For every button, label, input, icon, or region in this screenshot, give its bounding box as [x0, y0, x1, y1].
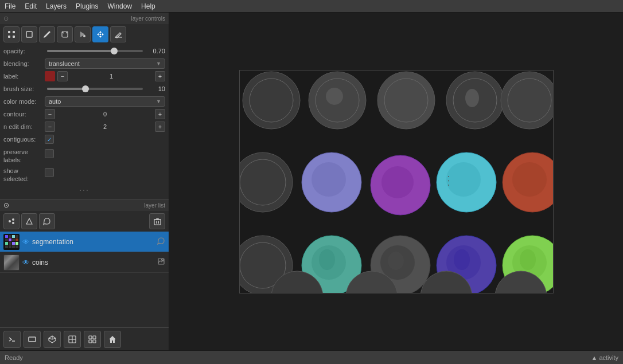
svg-point-36: [243, 72, 300, 129]
svg-point-65: [388, 252, 404, 270]
n-edit-dim-control: − 2 +: [45, 122, 165, 132]
menu-file[interactable]: File: [0, 1, 20, 11]
console-btn[interactable]: [3, 331, 21, 348]
contour-decrement-btn[interactable]: −: [45, 109, 55, 119]
svg-point-8: [83, 35, 85, 37]
preserve-labels-label: preservelabels:: [3, 148, 45, 165]
left-panel: ⊙ layer controls: [0, 13, 169, 350]
svg-point-68: [454, 249, 470, 270]
color-mode-value: auto: [49, 98, 61, 105]
layer-item-coins[interactable]: 👁 coins: [0, 252, 169, 273]
svg-point-45: [465, 89, 479, 107]
opacity-slider[interactable]: [45, 50, 145, 52]
svg-point-53: [381, 166, 414, 198]
coins-visibility-btn[interactable]: 👁: [22, 259, 29, 267]
canvas-area[interactable]: ···: [169, 13, 623, 350]
panel-dots[interactable]: ···: [443, 175, 454, 187]
delete-layer-btn[interactable]: [149, 213, 165, 229]
layer-item-segmentation[interactable]: 👁 segmentation: [0, 232, 169, 252]
blending-dropdown-arrow: ▼: [156, 61, 161, 66]
coins-thumbnail: [3, 255, 20, 271]
blending-row: blending: translucent ▼: [0, 57, 169, 70]
color-mode-dropdown[interactable]: auto ▼: [45, 96, 165, 107]
opacity-value: 0.70: [145, 48, 165, 54]
opacity-row: opacity: 0.70: [0, 45, 169, 57]
svg-marker-14: [26, 218, 32, 224]
tools-row: [0, 24, 169, 45]
segmentation-type-icon: [157, 237, 165, 246]
split-view-btn[interactable]: [64, 331, 81, 348]
color-mode-dropdown-arrow: ▼: [156, 99, 161, 104]
svg-point-9: [100, 34, 102, 36]
show-selected-row: showselected:: [0, 166, 169, 185]
bottom-toolbar: [0, 327, 169, 350]
lasso-tool-btn[interactable]: [57, 26, 73, 42]
add-points-btn[interactable]: [3, 213, 20, 229]
n-edit-dim-value: 2: [55, 123, 155, 130]
n-edit-dim-label: n edit dim:: [3, 123, 45, 130]
menu-edit[interactable]: Edit: [20, 1, 41, 11]
layer-list-header: ⊙ layer list: [0, 199, 169, 211]
paint-tool-btn[interactable]: [21, 26, 37, 42]
label-decrement-btn[interactable]: −: [57, 71, 68, 81]
menu-help[interactable]: Help: [137, 1, 160, 11]
svg-point-13: [12, 222, 14, 224]
erase-tool-btn[interactable]: [110, 26, 126, 42]
contiguous-row: contiguous: ✓: [0, 133, 169, 146]
label-color-swatch[interactable]: [45, 71, 55, 81]
statusbar: Ready ▲ activity: [0, 350, 623, 364]
segmentation-layer-name: segmentation: [32, 238, 154, 246]
n-edit-dim-increment-btn[interactable]: +: [155, 122, 165, 132]
coins-layer-name: coins: [32, 259, 154, 267]
layer-list-drag-handle: ⊙: [3, 201, 9, 209]
contiguous-label: contiguous:: [3, 136, 45, 143]
preserve-labels-checkbox[interactable]: [45, 149, 54, 158]
contour-increment-btn[interactable]: +: [155, 109, 165, 119]
menu-plugins[interactable]: Plugins: [71, 1, 103, 11]
menu-window[interactable]: Window: [103, 1, 137, 11]
pencil-tool-btn[interactable]: [39, 26, 55, 42]
svg-point-41: [377, 72, 435, 129]
show-selected-label: showselected:: [3, 167, 45, 183]
fill-tool-btn[interactable]: [75, 26, 91, 42]
layer-controls-label: layer controls: [11, 15, 165, 22]
home-btn[interactable]: [104, 331, 121, 348]
layer-controls-header: ⊙ layer controls: [0, 13, 169, 24]
layer-list-section: ⊙ layer list: [0, 199, 169, 327]
grid-view-btn[interactable]: [84, 331, 101, 348]
contour-label: contour:: [3, 111, 45, 118]
svg-rect-1: [13, 31, 15, 33]
svg-point-11: [9, 220, 11, 222]
show-selected-checkbox[interactable]: [45, 168, 54, 177]
add-labels-btn[interactable]: [39, 213, 55, 229]
label-increment-btn[interactable]: +: [155, 71, 165, 81]
svg-point-51: [312, 162, 346, 197]
blending-label: blending:: [3, 60, 45, 67]
brush-size-slider[interactable]: [45, 88, 145, 90]
n-edit-dim-decrement-btn[interactable]: −: [45, 122, 55, 132]
menubar: File Edit Layers Plugins Window Help: [0, 0, 623, 13]
activity-btn[interactable]: ▲ activity: [591, 354, 618, 361]
blending-dropdown[interactable]: translucent ▼: [45, 58, 165, 69]
segmentation-visibility-btn[interactable]: 👁: [22, 238, 29, 246]
transform-tool-btn[interactable]: [3, 26, 20, 42]
svg-rect-23: [29, 337, 36, 342]
layer-tools-row: [0, 211, 169, 232]
preserve-labels-row: preservelabels:: [0, 146, 169, 166]
color-mode-label: color mode:: [3, 98, 45, 105]
menu-layers[interactable]: Layers: [41, 1, 71, 11]
svg-rect-32: [93, 336, 96, 339]
rectangle-btn[interactable]: [24, 331, 41, 348]
label-number-control: − 1 +: [57, 71, 165, 81]
more-options-row[interactable]: ···: [0, 184, 169, 195]
add-shapes-btn[interactable]: [21, 213, 37, 229]
segmentation-thumbnail: [3, 234, 20, 250]
n-edit-dim-row: n edit dim: − 2 +: [0, 120, 169, 133]
contiguous-checkbox[interactable]: ✓: [45, 135, 54, 144]
svg-rect-34: [93, 340, 96, 343]
svg-rect-3: [13, 36, 15, 38]
cube-3d-btn[interactable]: [44, 331, 61, 348]
move-tool-btn[interactable]: [92, 26, 108, 42]
svg-rect-31: [89, 336, 92, 339]
label-row: label: − 1 +: [0, 70, 169, 83]
